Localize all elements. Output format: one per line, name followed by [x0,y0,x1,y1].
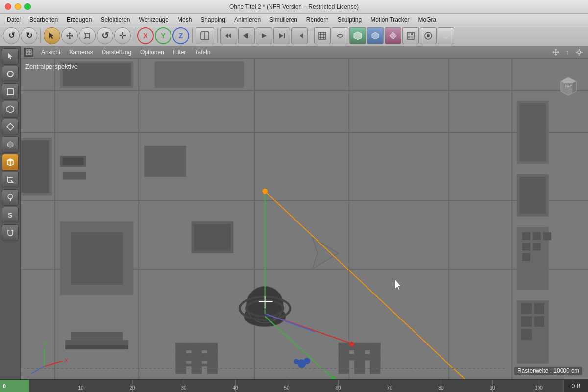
left-tool-sphere[interactable] [2,136,19,153]
parent-mode-button[interactable] [196,27,214,44]
left-tool-diamond[interactable] [2,119,19,135]
menu-mogra[interactable]: MoGra [415,15,441,24]
svg-marker-21 [354,32,362,40]
svg-rect-93 [522,232,530,240]
vp-menu-ansicht[interactable]: Ansicht [37,48,64,57]
svg-line-6 [89,37,90,39]
left-tool-hex[interactable] [2,101,19,118]
menu-werkzeuge[interactable]: Werkzeuge [135,15,172,24]
tick-label-80: 80 [438,385,443,391]
left-tool-corner[interactable] [2,172,19,188]
render-view-button[interactable] [420,27,437,44]
tick-50: 50 [287,380,287,392]
coord-y-button[interactable]: Y [155,27,172,44]
svg-rect-28 [411,36,413,38]
tick-label-60: 60 [335,385,341,391]
light-button[interactable] [438,27,454,44]
svg-rect-109 [175,353,218,361]
play-prev-key-button[interactable] [220,27,237,44]
coordinate-group: X Y Z [137,27,189,44]
close-button[interactable] [5,3,11,10]
left-tool-cursor[interactable] [2,48,19,65]
menu-sculpting[interactable]: Sculpting [334,15,366,24]
main-area: S Ansicht Kameras Darstellung Optionen F [0,46,588,379]
vp-menu-optionen[interactable]: Optionen [136,48,168,57]
menu-motion-tracker[interactable]: Motion Tracker [367,15,413,24]
svg-rect-78 [21,140,49,193]
play-prev-button[interactable] [238,27,255,44]
vp-menu-filter[interactable]: Filter [169,48,190,57]
svg-rect-63 [21,59,588,379]
viewport-right-icons: ↑ [551,48,584,57]
viewport[interactable]: Ansicht Kameras Darstellung Optionen Fil… [21,46,588,379]
navigation-cube[interactable]: TOP [559,76,578,96]
object-mode-button[interactable] [349,27,366,44]
svg-rect-11 [247,33,248,38]
left-tool-cube[interactable] [2,154,19,171]
svg-rect-76 [154,61,244,88]
menu-erzeugen[interactable]: Erzeugen [63,15,96,24]
smooth-shading-button[interactable] [332,27,348,44]
left-tool-circle[interactable] [2,66,19,82]
vp-menu-tafeln[interactable]: Tafeln [191,48,214,57]
view-mode-group [314,27,454,44]
menu-snapping[interactable]: Snapping [196,15,229,24]
edge-mode-button[interactable] [385,27,401,44]
svg-marker-15 [297,33,303,38]
svg-rect-51 [29,53,31,55]
minimize-button[interactable] [15,3,21,10]
vp-menu-darstellung[interactable]: Darstellung [98,48,135,57]
svg-rect-117 [65,345,128,349]
tick-label-90: 90 [490,385,495,391]
menu-selektieren[interactable]: Selektieren [97,15,134,24]
menu-mesh[interactable]: Mesh [173,15,196,24]
viewport-settings-icon[interactable] [574,48,584,57]
viewport-move-icon[interactable] [551,48,561,57]
select-tool-button[interactable] [44,27,60,44]
left-tool-magnet[interactable] [2,224,19,241]
material-view-button[interactable] [402,27,419,44]
left-tool-paint[interactable] [2,189,19,206]
scale-tool-button[interactable] [79,27,96,44]
menu-bearbeiten[interactable]: Bearbeiten [25,15,62,24]
tick-40: 40 [235,380,236,392]
svg-line-3 [84,33,86,34]
coord-x-button[interactable]: X [137,27,154,44]
play-forward-button[interactable] [256,27,272,44]
timeline-track[interactable]: 0 10 20 30 40 50 60 70 80 90 100 [0,380,564,392]
viewport-zoom-in-icon[interactable]: ↑ [563,48,572,57]
vp-menu-kameras[interactable]: Kameras [65,48,97,57]
undo-redo-group: ↺ ↻ [3,27,37,44]
play-next-button[interactable] [273,27,290,44]
cube-view-button[interactable] [314,27,331,44]
maximize-button[interactable] [24,3,31,10]
svg-rect-38 [7,89,13,95]
svg-rect-48 [26,50,28,52]
coord-z-button[interactable]: Z [172,27,189,44]
svg-rect-104 [521,329,532,340]
menu-rendern[interactable]: Rendern [302,15,333,24]
move-tool-button[interactable] [61,27,78,44]
menu-animieren[interactable]: Animieren [230,15,265,24]
left-tool-rect[interactable] [2,83,19,100]
svg-rect-96 [522,243,530,250]
menu-simulieren[interactable]: Simulieren [266,15,301,24]
tick-label-50: 50 [284,385,289,391]
tick-label-10: 10 [78,385,83,391]
left-tool-s[interactable]: S [2,207,19,223]
svg-rect-91 [520,177,546,214]
redo-button[interactable]: ↻ [21,27,37,44]
toolbar-sep-4 [217,29,218,43]
menu-datei[interactable]: Datei [3,15,24,24]
tick-label-100: 100 [535,385,543,391]
transform-all-button[interactable]: ✛ [114,27,131,44]
svg-rect-26 [411,33,413,35]
viewport-perspective-label: Zentralperspektive [25,63,78,70]
viewport-layout-icon[interactable] [24,48,33,57]
undo-button[interactable]: ↺ [3,27,20,44]
play-next-key-button[interactable] [291,27,308,44]
polygon-mode-button[interactable] [367,27,384,44]
rotate-tool-button[interactable]: ↺ [97,27,113,44]
svg-rect-98 [522,253,530,261]
svg-line-33 [443,33,444,34]
